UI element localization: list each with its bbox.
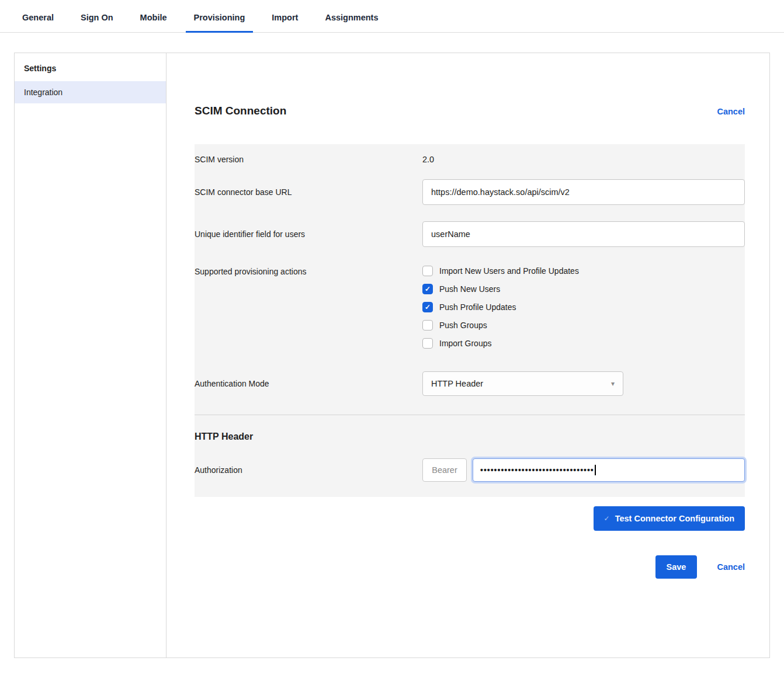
checkbox-label: Push Groups [439, 321, 487, 330]
unique-id-label: Unique identifier field for users [195, 229, 422, 239]
base-url-label: SCIM connector base URL [195, 187, 422, 197]
check-icon: ✓ [604, 514, 610, 523]
checkbox-label: Push New Users [439, 284, 500, 294]
sidebar-item-integration[interactable]: Integration [15, 81, 166, 103]
auth-mode-row: Authentication Mode HTTP Header ▾ [195, 362, 745, 415]
scim-connection-content: SCIM Connection Cancel SCIM version 2.0 … [166, 53, 769, 657]
checkbox-label: Import Groups [439, 339, 491, 348]
bearer-prefix-label: Bearer [432, 465, 457, 475]
checkbox-unchecked-icon[interactable] [422, 266, 433, 276]
authorization-label: Authorization [195, 465, 422, 475]
tab-general[interactable]: General [22, 0, 54, 32]
text-cursor [595, 465, 596, 475]
provisioning-actions-list: Import New Users and Profile Updates✓Pus… [422, 266, 579, 356]
authorization-controls: Bearer ••••••••••••••••••••••••••••••••• [422, 458, 745, 482]
cancel-bottom-link[interactable]: Cancel [717, 562, 745, 572]
cancel-top-link[interactable]: Cancel [717, 107, 745, 116]
http-header-section: HTTP Header Authorization Bearer •••••••… [195, 415, 745, 497]
tab-assignments[interactable]: Assignments [325, 0, 378, 32]
base-url-row: SCIM connector base URL [195, 171, 745, 213]
auth-mode-label: Authentication Mode [195, 379, 422, 388]
unique-id-row: Unique identifier field for users [195, 213, 745, 255]
base-url-input[interactable] [422, 179, 745, 205]
tab-provisioning[interactable]: Provisioning [194, 0, 245, 32]
authorization-token-input[interactable]: ••••••••••••••••••••••••••••••••• [473, 458, 745, 482]
auth-mode-select[interactable]: HTTP Header ▾ [422, 371, 623, 396]
tab-sign-on[interactable]: Sign On [81, 0, 113, 32]
checkbox-unchecked-icon[interactable] [422, 320, 433, 330]
test-connector-button-label: Test Connector Configuration [615, 514, 734, 523]
scim-version-row: SCIM version 2.0 [195, 144, 745, 171]
provisioning-action-option[interactable]: Import New Users and Profile Updates [422, 266, 579, 276]
provisioning-actions-row: Supported provisioning actions Import Ne… [195, 255, 745, 362]
auth-mode-selected-value: HTTP Header [431, 379, 483, 388]
provisioning-action-option[interactable]: ✓Push Profile Updates [422, 302, 579, 312]
chevron-down-icon: ▾ [611, 380, 615, 388]
footer-actions: Save Cancel [195, 555, 745, 579]
save-button[interactable]: Save [655, 555, 698, 579]
checkbox-unchecked-icon[interactable] [422, 338, 433, 349]
checkbox-checked-icon[interactable]: ✓ [422, 302, 433, 312]
sidebar-item-label: Integration [24, 88, 63, 97]
unique-id-input[interactable] [422, 221, 745, 247]
tab-bar: GeneralSign OnMobileProvisioningImportAs… [0, 0, 784, 33]
authorization-row: Authorization Bearer •••••••••••••••••••… [195, 458, 745, 482]
tab-import[interactable]: Import [272, 0, 298, 32]
checkbox-checked-icon[interactable]: ✓ [422, 284, 433, 294]
scim-version-value: 2.0 [422, 155, 434, 164]
sidebar-heading: Settings [15, 53, 166, 81]
title-row: SCIM Connection Cancel [195, 105, 745, 117]
bearer-prefix-box: Bearer [422, 458, 467, 482]
provisioning-actions-label: Supported provisioning actions [195, 266, 422, 356]
provisioning-panel: Settings Integration SCIM Connection Can… [14, 53, 770, 658]
test-connector-button[interactable]: ✓ Test Connector Configuration [594, 506, 745, 531]
provisioning-action-option[interactable]: Push Groups [422, 320, 579, 330]
http-header-section-title: HTTP Header [195, 432, 745, 442]
masked-token-value: ••••••••••••••••••••••••••••••••• [480, 465, 594, 475]
checkbox-label: Push Profile Updates [439, 302, 516, 312]
provisioning-action-option[interactable]: Import Groups [422, 338, 579, 349]
tab-mobile[interactable]: Mobile [140, 0, 167, 32]
page-title: SCIM Connection [195, 105, 286, 117]
scim-form: SCIM version 2.0 SCIM connector base URL… [195, 144, 745, 497]
test-connector-row: ✓ Test Connector Configuration [195, 506, 745, 531]
checkbox-label: Import New Users and Profile Updates [439, 266, 579, 276]
settings-sidebar: Settings Integration [15, 53, 166, 657]
provisioning-action-option[interactable]: ✓Push New Users [422, 284, 579, 294]
scim-version-label: SCIM version [195, 155, 422, 164]
